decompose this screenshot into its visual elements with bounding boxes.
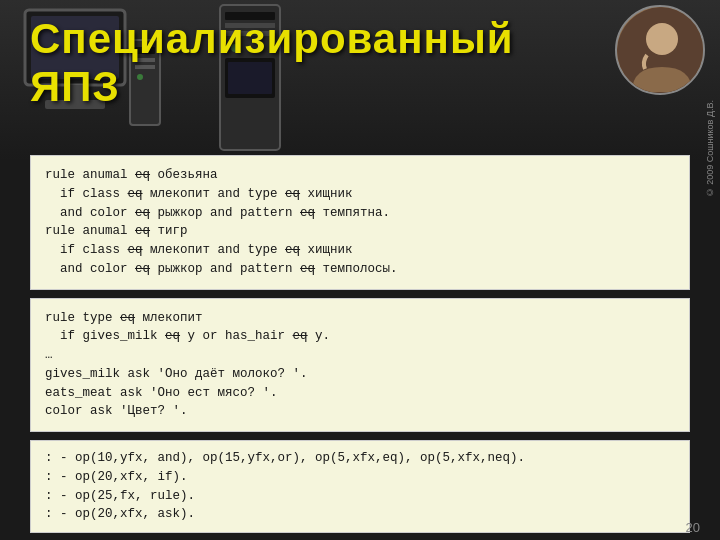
code-line: : - op(20,xfx, ask).: [45, 505, 675, 524]
code-line: color ask 'Цвет? '.: [45, 402, 675, 421]
code-line: rule anumal eq обезьяна: [45, 166, 675, 185]
avatar: [615, 5, 705, 95]
code-line: if gives_milk eq y or has_hair eq y.: [45, 327, 675, 346]
code-line: eats_meat ask 'Оно ест мясо? '.: [45, 384, 675, 403]
code-line: …: [45, 346, 675, 365]
code-line: rule type eq млекопит: [45, 309, 675, 328]
code-line: : - op(25,fx, rule).: [45, 487, 675, 506]
code-line: and color eq рыжкор and pattern eq темпо…: [45, 260, 675, 279]
code-line: rule anumal eq тигр: [45, 222, 675, 241]
page-number: 20: [686, 520, 700, 535]
code-block-rules: rule anumal eq обезьяна if class eq млек…: [30, 155, 690, 290]
code-line: gives_milk ask 'Оно даёт молоко? '.: [45, 365, 675, 384]
code-block-operators: : - op(10,yfx, and), op(15,yfx,or), op(5…: [30, 440, 690, 533]
code-line: : - op(10,yfx, and), op(15,yfx,or), op(5…: [45, 449, 675, 468]
slide-title: Специализированный ЯПЗ: [30, 15, 600, 111]
slide: Специализированный ЯПЗ © 2009 Сошников Д…: [0, 0, 720, 540]
svg-point-17: [646, 23, 678, 55]
code-line: if class eq млекопит and type eq хищник: [45, 185, 675, 204]
code-line: if class eq млекопит and type eq хищник: [45, 241, 675, 260]
code-line: : - op(20,xfx, if).: [45, 468, 675, 487]
code-line: and color eq рыжкор and pattern eq темпя…: [45, 204, 675, 223]
content-area: rule anumal eq обезьяна if class eq млек…: [30, 155, 690, 510]
copyright-text: © 2009 Сошников Д.В.: [705, 100, 715, 197]
code-block-type: rule type eq млекопит if gives_milk eq y…: [30, 298, 690, 433]
